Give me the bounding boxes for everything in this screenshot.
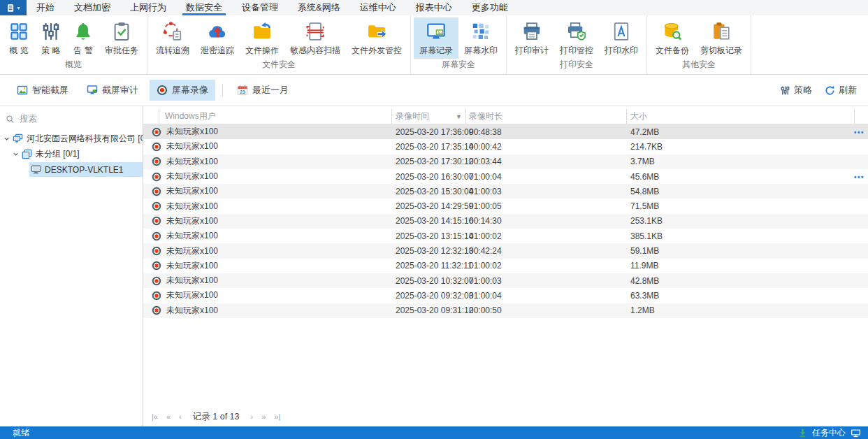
menu-tab-8[interactable]: 更多功能 [462,0,518,15]
pager-first-button[interactable]: |« [149,412,161,421]
cell-duration: 00:14:30 [466,216,627,226]
cell-size: 71.5MB [627,201,855,211]
ribbon-button-label: 打印审计 [515,45,549,57]
table-row-0[interactable]: 未知玩家x1002025-03-20 17:36:0900:48:3847.2M… [143,124,868,139]
ribbon-button-label: 打印水印 [605,45,638,57]
table-row-8[interactable]: 未知玩家x1002025-03-20 12:32:1300:42:2459.1M… [143,243,868,258]
calendar-icon: 23 [237,85,248,96]
menu-tab-5[interactable]: 系统&网络 [288,0,350,15]
ribbon-button-overview[interactable]: 概 览 [3,17,35,59]
column-header-0[interactable]: Windows用户 [159,109,392,124]
view-button-smart-screenshot[interactable]: 智能截屏 [10,80,75,101]
task-center-monitor-icon[interactable] [851,429,861,438]
menu-tab-0[interactable]: 开始 [27,0,64,15]
menu-tab-4[interactable]: 设备管理 [232,0,288,15]
tree-expander[interactable] [11,151,20,157]
refresh-button[interactable]: 刷新 [825,84,857,96]
tree-item-company[interactable]: 河北安固云网络科技有限公司 [0/1] [0,131,143,146]
table-row-10[interactable]: 未知玩家x1002025-03-20 10:32:0701:00:0342.8M… [143,273,868,288]
ribbon-button-alerts[interactable]: 告 警 [67,17,99,59]
ribbon-button-label: 策 略 [41,45,60,57]
task-center-button[interactable]: 任务中心 [812,427,846,439]
menu-tab-2[interactable]: 上网行为 [120,0,176,15]
menu-tab-6[interactable]: 运维中心 [350,0,406,15]
cell-record-time: 2025-03-20 09:32:03 [392,291,466,301]
ribbon-group-4: 文件备份剪切板记录其他安全 [647,15,751,74]
menu-tab-7[interactable]: 报表中心 [406,0,462,15]
ribbon-button-label: 文件外发管控 [352,45,402,57]
row-actions-button[interactable]: ••• [854,173,865,180]
sliders-icon [41,21,62,42]
menu-tab-1[interactable]: 文档加密 [64,0,120,15]
ribbon-button-policy[interactable]: 策 略 [35,17,67,59]
pager-fast-next-button[interactable]: » [259,412,268,421]
ribbon-button-sensitive-content-scan[interactable]: 敏感内容扫描 [284,17,346,59]
row-actions-button[interactable]: ••• [854,128,865,136]
ribbon-button-screen-watermark[interactable]: 屏幕水印 [458,17,503,59]
company-icon [13,134,23,144]
record-dot-icon [152,276,161,286]
doc-scan-icon [305,21,326,42]
ribbon-button-print-audit[interactable]: 打印审计 [509,17,554,59]
table-row-1[interactable]: 未知玩家x1002025-03-20 17:35:1400:00:42214.7… [143,139,868,154]
menu-tabs: 开始文档加密上网行为数据安全设备管理系统&网络运维中心报表中心更多功能 [27,0,518,15]
record-icon [157,85,168,96]
ribbon-button-approval-tasks[interactable]: 审批任务 [99,17,144,59]
clipboard-check-icon [111,21,132,42]
table-row-7[interactable]: 未知玩家x1002025-03-20 13:15:1401:00:02385.1… [143,229,868,243]
cell-user: 未知玩家x100 [166,275,218,287]
sub-toolbar: 智能截屏截屏审计屏幕录像 23最近一月 策略刷新 [0,75,868,106]
ribbon-button-label: 文件备份 [656,45,689,57]
cell-record-time: 2025-03-20 14:29:59 [392,201,466,211]
ribbon-button-flow-trace[interactable]: 流转追溯 [150,17,195,59]
table-row-5[interactable]: 未知玩家x1002025-03-20 14:29:5901:00:0571.5M… [143,199,868,213]
pager-next-button[interactable]: › [247,412,256,421]
ribbon-button-print-control[interactable]: 打印管控 [554,17,599,59]
tree-item-ungrouped[interactable]: 未分组 [0/1] [0,147,143,161]
ribbon-button-clipboard-record[interactable]: 剪切板记录 [695,17,748,59]
table-row-4[interactable]: 未知玩家x1002025-03-20 15:30:0401:00:0354.8M… [143,184,868,199]
date-range-button-recent-month[interactable]: 23最近一月 [230,80,296,101]
pager-last-button[interactable]: »| [271,412,283,421]
chevron-down-icon [13,151,19,157]
column-header-3[interactable]: 大小 [627,109,855,124]
ribbon-button-screen-record[interactable]: 屏幕记录 [414,17,458,59]
ribbon-button-file-operations[interactable]: 文件操作 [240,17,284,59]
view-button-screenshot-audit[interactable]: 截屏审计 [80,80,145,101]
app-menu-button[interactable]: ▾ [0,0,27,15]
ribbon-button-leak-trace[interactable]: 泄密追踪 [195,17,240,59]
tree-expander[interactable] [2,136,11,142]
cell-size: 42.8MB [627,276,855,286]
cell-record-time: 2025-03-20 17:36:09 [392,127,466,137]
cell-duration: 01:00:02 [466,231,627,241]
ribbon-button-file-backup[interactable]: 文件备份 [650,17,695,59]
cell-user: 未知玩家x100 [166,201,218,213]
ribbon-group-2: 屏幕记录屏幕水印屏幕安全 [411,15,507,74]
status-bar: 就绪 任务中心 [0,426,868,439]
column-header-1[interactable]: 录像时间▼ [392,109,466,124]
table-row-6[interactable]: 未知玩家x1002025-03-20 14:15:1600:14:30253.1… [143,214,868,229]
status-text: 就绪 [13,427,29,439]
table-row-9[interactable]: 未知玩家x1002025-03-20 11:32:1101:00:0211.9M… [143,259,868,273]
menu-tab-3[interactable]: 数据安全 [176,0,232,15]
table-row-11[interactable]: 未知玩家x1002025-03-20 09:32:0301:00:0463.3M… [143,288,868,303]
record-dot-icon [152,305,161,315]
column-header-2[interactable]: 录像时长 [466,109,627,124]
cell-record-time: 2025-03-20 17:35:14 [392,142,466,152]
ribbon-group-0: 概 览策 略告 警审批任务概览 [0,15,147,74]
search-input[interactable]: 搜索 [0,110,143,127]
tree-item-device[interactable]: DESKTOP-VLKTLE1 [0,162,143,177]
table-row-2[interactable]: 未知玩家x1002025-03-20 17:30:1200:03:443.7MB [143,154,868,169]
view-button-screen-recording[interactable]: 屏幕录像 [150,80,215,101]
pager-prev-button[interactable]: ‹ [176,412,185,421]
ribbon-group-1: 流转追溯泄密追踪文件操作敏感内容扫描文件外发管控文件安全 [147,15,411,74]
table-row-3[interactable]: 未知玩家x1002025-03-20 16:30:0701:00:0445.6M… [143,169,868,184]
table-row-12[interactable]: 未知玩家x1002025-03-20 09:31:1200:00:501.2MB [143,303,868,318]
sort-desc-icon[interactable]: ▼ [456,113,462,120]
ribbon-button-file-outgoing-control[interactable]: 文件外发管控 [346,17,407,59]
policy-button[interactable]: 策略 [780,84,812,96]
record-dot-icon [152,246,161,256]
pager-fast-prev-button[interactable]: « [164,412,173,421]
folder-out-icon [366,21,387,42]
ribbon-button-print-watermark[interactable]: 打印水印 [599,17,644,59]
